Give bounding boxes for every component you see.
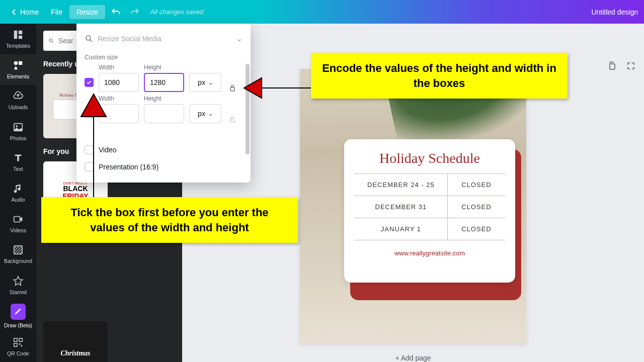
svg-rect-10 [19,338,22,341]
svg-rect-7 [14,217,20,222]
copy-icon [607,61,616,70]
tool-sidebar: Templates Elements Uploads Photos Text A… [0,24,36,362]
panel-search-input[interactable] [58,37,78,45]
resize-menu[interactable]: Resize [69,5,105,19]
schedule-card[interactable]: Holiday Schedule DECEMBER 24 - 25CLOSED … [344,139,515,283]
qrcode-icon [13,337,24,348]
annotation-arrow-left [242,70,312,106]
table-row: DECEMBER 24 - 25CLOSED [354,174,505,196]
search-icon [85,34,94,43]
table-row: JANUARY 1CLOSED [354,218,505,240]
svg-rect-4 [19,61,22,65]
svg-rect-9 [14,338,17,341]
photos-icon [13,122,24,133]
svg-point-6 [16,125,18,127]
videos-icon [13,214,24,225]
resize-search[interactable]: ⌄ [85,31,243,47]
tool-starred[interactable]: Starred [0,270,36,301]
redo-icon [130,8,139,17]
card-heading: Holiday Schedule [344,150,515,166]
tool-text[interactable]: Text [0,147,36,177]
elements-icon [13,60,24,71]
svg-point-14 [49,39,52,42]
custom-size-label: Custom size [85,54,243,61]
tool-qrcode[interactable]: QR Code [0,331,36,362]
expand-icon [626,61,635,70]
background-icon [13,244,24,255]
height-input-2[interactable] [144,104,184,123]
svg-rect-13 [21,345,23,346]
schedule-table: DECEMBER 24 - 25CLOSED DECEMBER 31CLOSED… [354,173,505,240]
svg-rect-12 [19,343,21,345]
tool-draw-beta[interactable]: Draw (Beta) [0,301,36,331]
svg-rect-0 [14,31,17,39]
tool-photos[interactable]: Photos [0,116,36,147]
draw-icon [13,306,24,317]
topbar: Home File Resize All changes saved Untit… [0,0,644,24]
resize-search-input[interactable] [98,35,232,43]
template-thumb[interactable]: Christmas ▶ [43,321,108,362]
chevron-left-icon [11,9,17,15]
height-input[interactable] [144,73,184,92]
undo-icon [111,8,120,17]
chevron-down-icon: ⌄ [208,79,213,86]
home-label: Home [20,8,39,16]
width-label: Width [99,64,139,71]
svg-rect-11 [14,343,17,346]
star-icon [13,276,24,287]
aspect-lock-button-2[interactable] [226,115,238,123]
aspect-lock-button[interactable] [226,84,238,92]
height-label: Height [144,64,184,71]
canvas-page[interactable]: Holiday Schedule DECEMBER 24 - 25CLOSED … [300,69,526,344]
expand-page-button[interactable] [624,59,638,73]
duplicate-page-button[interactable] [605,59,619,73]
canvas-toolbar [605,59,638,73]
chevron-down-icon: ⌄ [208,111,213,117]
lock-icon [228,84,236,92]
tool-videos[interactable]: Videos [0,208,36,239]
document-title[interactable]: Untitled design [591,8,638,16]
save-status: All changes saved [150,8,204,16]
svg-rect-18 [610,64,615,69]
chevron-down-icon: ⌄ [236,34,243,43]
size-row-checkbox-1[interactable] [85,78,94,87]
tool-audio[interactable]: Audio [0,177,36,208]
unit-select-2[interactable]: px ⌄ [189,104,221,123]
audio-icon [13,183,24,194]
unit-select[interactable]: px ⌄ [189,73,221,92]
width-input[interactable] [99,73,139,92]
tool-background[interactable]: Background [0,239,36,269]
site-link: www.reallygreatsite.com [344,249,515,257]
lock-icon [228,115,236,123]
svg-point-3 [14,61,18,65]
redo-button[interactable] [126,4,143,21]
templates-icon [13,29,24,40]
home-button[interactable]: Home [6,5,44,19]
annotation-arrow-up [73,92,114,200]
undo-button[interactable] [107,4,124,21]
svg-rect-1 [19,31,22,34]
svg-point-15 [86,36,91,40]
add-page-button[interactable]: + Add page [395,354,431,362]
text-icon [13,152,24,163]
svg-rect-16 [230,87,234,91]
tool-elements[interactable]: Elements [0,54,36,85]
tool-uploads[interactable]: Uploads [0,85,36,116]
annotation-callout: Tick the box first before you enter the … [41,197,298,243]
search-icon [48,36,54,45]
file-menu[interactable]: File [44,5,69,19]
svg-rect-2 [19,36,22,39]
check-icon [86,79,92,85]
uploads-icon [13,90,24,102]
annotation-callout: Encode the values of the height and widt… [311,53,568,99]
tool-templates[interactable]: Templates [0,24,36,54]
table-row: DECEMBER 31CLOSED [354,196,505,218]
svg-rect-17 [230,119,234,122]
height-label: Height [144,95,184,102]
